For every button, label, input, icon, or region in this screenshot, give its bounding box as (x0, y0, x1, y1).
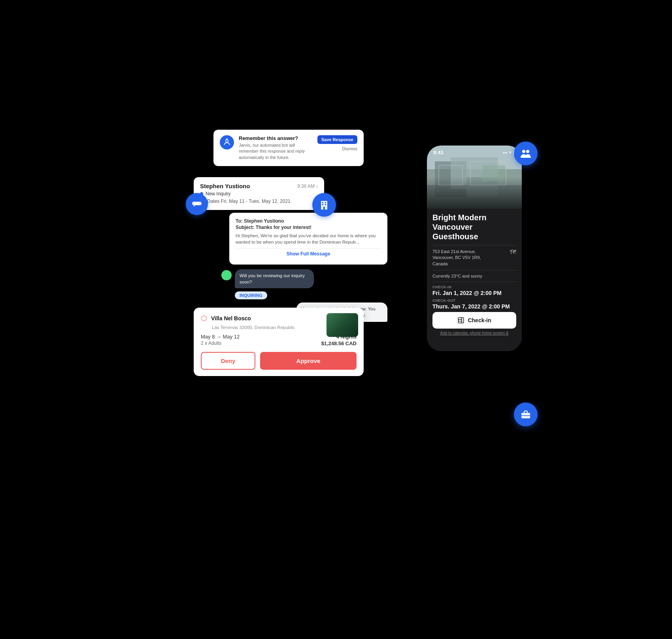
bubble-left-wrapper: Will you be reviewing our inquiry soon? (221, 269, 387, 288)
svg-rect-8 (323, 207, 325, 210)
subject-text: Thanks for your interest! (256, 225, 311, 230)
notification-body: Remember this answer? Jarvis, our automa… (239, 135, 313, 161)
inquiry-dates: Dates Fri. May 11 - Tues. May 12, 2021 (207, 199, 291, 204)
subject-label: Subject: (236, 225, 254, 230)
svg-rect-7 (325, 204, 326, 205)
booking-thumbnail-image (327, 313, 358, 337)
phone-weather: Currently 23°C and sunny (432, 274, 516, 278)
users-fab[interactable] (514, 142, 538, 165)
phone-status-bar: 9:41 ▪▪▪ ▾ ▮ (427, 146, 522, 157)
message-subject: Subject: Thanks for your interest! (236, 225, 381, 230)
chat-section: To: Stephen Yustiono Subject: Thanks for… (221, 213, 387, 322)
booking-price: $1,248.56 CAD (321, 340, 357, 346)
inquiry-status-row: New Inquiry (200, 191, 318, 197)
inquiry-dates-row: ⬡ Dates Fri. May 11 - Tues. May 12, 2021 (200, 198, 318, 204)
divider-1 (432, 245, 516, 246)
phone-checkin-section: CHECK-IN Fri. Jan 1, 2022 @ 2:00 PM (432, 285, 516, 296)
svg-point-22 (526, 150, 529, 153)
divider-2 (432, 270, 516, 270)
dismiss-link[interactable]: Dismiss (342, 146, 358, 151)
approve-button[interactable]: Approve (260, 352, 357, 370)
deny-button[interactable]: Deny (201, 352, 255, 370)
booking-card: ⬡ Villa Nel Bosco Las Terrenas 32000, Do… (194, 308, 364, 376)
inquiry-bubble: Will you be reviewing our inquiry soon? (235, 269, 314, 288)
booking-guests-row: 2 x Adults $1,248.56 CAD (201, 340, 357, 346)
inquiry-time: 9:36 AM (297, 183, 318, 189)
chat-icon-circle[interactable] (186, 193, 208, 215)
checkin-button[interactable]: Check-in (432, 312, 516, 329)
notification-description: Jarvis, our automated bot will remember … (239, 142, 313, 161)
message-card: To: Stephen Yustiono Subject: Thanks for… (229, 213, 387, 265)
checkin-label: CHECK-IN (432, 285, 516, 289)
inquiry-status-label: New Inquiry (206, 191, 230, 197)
svg-point-0 (226, 140, 228, 142)
bot-icon (220, 135, 234, 149)
booking-guests: 2 x Adults (201, 340, 221, 346)
address-line3: Canada (432, 261, 481, 267)
calendar-link[interactable]: Add to calendar, phone home screen & (432, 331, 516, 335)
notification-actions: Save Response Dismiss (317, 135, 357, 151)
save-response-button[interactable]: Save Response (317, 135, 357, 144)
phone-address-row: 753 East 21st Avenue, Vancouver, BC V5V … (432, 249, 516, 267)
phone-property-name: Bright Modern Vancouver Guesthouse (432, 213, 516, 241)
svg-rect-6 (322, 204, 323, 205)
divider-3 (432, 282, 516, 282)
message-body: Hi Stephen, We're so glad that you've de… (236, 233, 381, 245)
notification-title: Remember this answer? (239, 135, 313, 141)
svg-point-21 (522, 150, 525, 153)
phone-time: 9:41 (433, 149, 444, 155)
svg-rect-4 (322, 202, 323, 203)
svg-rect-20 (459, 318, 464, 323)
inquiry-sender-name: Stephen Yustiono (200, 183, 250, 189)
checkin-btn-label: Check-in (468, 317, 491, 323)
briefcase-fab[interactable] (514, 403, 538, 426)
phone-hero-overlay (427, 177, 522, 209)
checkin-value: Fri. Jan 1, 2022 @ 2:00 PM (432, 290, 516, 296)
phone-screen: 9:41 ▪▪▪ ▾ ▮ (427, 146, 522, 351)
phone-content: Bright Modern Vancouver Guesthouse 753 E… (427, 209, 522, 351)
signal-icon: ▪▪▪ (503, 150, 508, 155)
chat-avatar (221, 270, 232, 280)
address-line1: 753 East 21st Avenue, (432, 249, 481, 255)
show-full-message-button[interactable]: Show Full Message (236, 248, 381, 259)
to-name: Stephen Yustiono (244, 218, 284, 224)
wifi-icon: ▾ (509, 150, 512, 155)
checkout-label: CHECK-OUT (432, 299, 516, 302)
svg-point-2 (227, 139, 227, 140)
booking-actions: Deny Approve (201, 352, 357, 370)
address-line2: Vancouver, BC V5V 1R9, (432, 255, 481, 261)
map-icon: 🗺 (510, 249, 516, 256)
inquiry-card: Stephen Yustiono 9:36 AM New Inquiry ⬡ D… (194, 177, 324, 210)
message-to: To: Stephen Yustiono (236, 218, 381, 224)
booking-dates: May 8 → May 12 (201, 334, 240, 340)
phone-checkout-section: CHECK-OUT Thurs. Jan 7, 2022 @ 2:00 PM (432, 299, 516, 310)
building-icon-circle[interactable] (312, 193, 336, 217)
booking-airbnb-icon: ⬡ (201, 314, 207, 323)
to-label: To: (236, 218, 243, 224)
inquiring-badge: INQUIRING (235, 291, 267, 299)
phone-address: 753 East 21st Avenue, Vancouver, BC V5V … (432, 249, 481, 267)
booking-property-name: Villa Nel Bosco (211, 315, 251, 321)
svg-rect-5 (325, 202, 326, 203)
checkout-value: Thurs. Jan 7, 2022 @ 2:00 PM (432, 303, 516, 310)
inquiry-header: Stephen Yustiono 9:36 AM (200, 183, 318, 189)
booking-thumbnail (327, 313, 358, 337)
phone-mockup: 9:41 ▪▪▪ ▾ ▮ (427, 146, 522, 351)
notification-card: Remember this answer? Jarvis, our automa… (213, 130, 364, 166)
